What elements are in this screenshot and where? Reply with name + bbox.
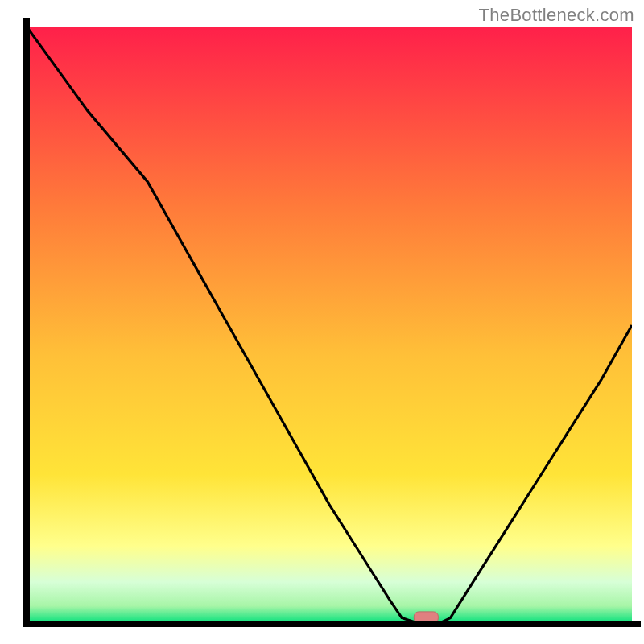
plot-background <box>27 27 632 624</box>
watermark-text: TheBottleneck.com <box>479 5 634 26</box>
chart-svg <box>0 0 644 644</box>
chart-container: TheBottleneck.com <box>0 0 644 644</box>
